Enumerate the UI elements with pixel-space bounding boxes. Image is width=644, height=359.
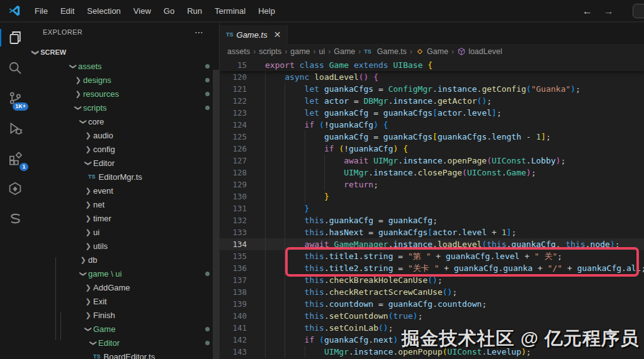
more-icon[interactable]: ⋯ <box>195 27 204 37</box>
line-number[interactable]: 126 <box>220 143 260 155</box>
tree-item-assets[interactable]: ❯assets <box>30 59 219 73</box>
code-line-127[interactable]: 127await UIMgr.instance.openPage(UIConst… <box>220 155 644 167</box>
s-extension-icon[interactable] <box>0 204 30 234</box>
tree-item-finish[interactable]: ❯Finish <box>30 308 219 322</box>
line-number[interactable]: 122 <box>220 95 260 107</box>
tree-item-audio[interactable]: ❯audio <box>30 128 219 142</box>
code-line-125[interactable]: 125guankaCfg = guankaCfgs[guankaCfgs.len… <box>220 131 644 143</box>
code-line-130[interactable]: 130} <box>220 191 644 202</box>
workspace-section-screw[interactable]: ❯ SCREW <box>30 45 219 59</box>
code-line-121[interactable]: 121let guankaCfgs = ConfigMgr.instance.g… <box>220 83 644 95</box>
tree-item-editormgr-ts[interactable]: TSEditorMgr.ts <box>30 170 219 184</box>
menu-help[interactable]: Help <box>252 0 281 21</box>
line-number[interactable]: 132 <box>220 214 260 226</box>
tree-item-config[interactable]: ❯config <box>30 142 219 156</box>
breadcrumb-item-scripts[interactable]: scripts <box>259 47 281 56</box>
menu-file[interactable]: File <box>28 0 54 21</box>
breadcrumb-item-game[interactable]: game <box>290 47 310 56</box>
line-number[interactable]: 138 <box>220 286 260 298</box>
line-number[interactable]: 135 <box>220 250 260 262</box>
menu-run[interactable]: Run <box>181 0 208 21</box>
breadcrumb-item-game[interactable]: Game <box>415 47 448 56</box>
code-line-139[interactable]: 139this.countdown = guankaCfg.countdown; <box>220 298 644 310</box>
menu-view[interactable]: View <box>127 0 157 21</box>
code-line-133[interactable]: 133this.hasNext = guankaCfgs[actor.level… <box>220 226 644 238</box>
tree-item-ui[interactable]: ❯ui <box>30 225 219 239</box>
code-token: guankaCfgs <box>383 131 432 143</box>
run-debug-icon[interactable] <box>0 113 30 143</box>
tab-game-ts[interactable]: TS Game.ts ✕ <box>220 25 288 44</box>
line-number[interactable]: 123 <box>220 107 260 119</box>
tree-item-resources[interactable]: ❯resources <box>30 87 219 101</box>
tree-item-event[interactable]: ❯event <box>30 184 219 197</box>
source-control-icon[interactable]: 1K+ <box>0 83 30 113</box>
files-icon[interactable] <box>0 23 30 53</box>
tree-item-game-ui[interactable]: ❯game \ ui <box>30 267 219 280</box>
code-line-140[interactable]: 140this.setCountdown(true); <box>220 310 644 322</box>
code-line-124[interactable]: 124if (!guankaCfg) { <box>220 119 644 131</box>
code-line-129[interactable]: 129return; <box>220 179 644 191</box>
code-line-126[interactable]: 126if (!guankaCfg) { <box>220 143 644 155</box>
breadcrumb-item-assets[interactable]: assets <box>227 47 250 56</box>
breadcrumb-item-game-ts[interactable]: TSGame.ts <box>364 47 407 56</box>
breadcrumb-item-game[interactable]: Game <box>334 47 355 56</box>
code-line-128[interactable]: 128UIMgr.instance.closePage(UIConst.Game… <box>220 167 644 179</box>
extensions-icon[interactable]: 1 <box>0 143 30 174</box>
line-number[interactable]: 137 <box>220 274 260 286</box>
arrow-right-icon[interactable]: → <box>604 6 614 16</box>
line-number[interactable]: 134 <box>220 238 260 250</box>
code-line-120[interactable]: 120async loadLevel() { <box>220 71 644 83</box>
code-line-131[interactable]: 131} <box>220 202 644 214</box>
tree-item-utils[interactable]: ❯utils <box>30 239 219 253</box>
line-number[interactable]: 15 <box>220 59 260 71</box>
tree-item-boardeditor-ts[interactable]: TSBoardEditor.ts <box>30 350 219 359</box>
line-number[interactable]: 124 <box>220 119 260 131</box>
line-number[interactable]: 121 <box>220 83 260 95</box>
line-number[interactable]: 120 <box>220 71 260 83</box>
tree-item-editor[interactable]: ❯Editor <box>30 156 219 170</box>
sidebar-scrollbar[interactable] <box>213 70 219 359</box>
breadcrumb-item-loadlevel[interactable]: loadLevel <box>457 47 502 56</box>
tree-item-editor[interactable]: ❯Editor <box>30 336 219 350</box>
arrow-left-icon[interactable]: ← <box>582 6 592 16</box>
code-line-132[interactable]: 132this.guankaCfg = guankaCfg; <box>220 214 644 226</box>
line-number[interactable]: 141 <box>220 322 260 334</box>
code-line-138[interactable]: 138this.checkRetractScrewCanUse(); <box>220 286 644 298</box>
line-number[interactable]: 140 <box>220 310 260 322</box>
tree-item-addgame[interactable]: ❯AddGame <box>30 280 219 294</box>
tree-item-net[interactable]: ❯net <box>30 197 219 211</box>
watermark: 掘金技术社区 @ 亿元程序员 <box>402 326 639 351</box>
line-number[interactable]: 133 <box>220 226 260 238</box>
menu-selection[interactable]: Selection <box>81 0 127 21</box>
line-number[interactable]: 129 <box>220 179 260 191</box>
tree-item-designs[interactable]: ❯designs <box>30 73 219 87</box>
tree-item-game[interactable]: ❯Game <box>30 322 219 336</box>
tree-item-exit[interactable]: ❯Exit <box>30 294 219 308</box>
line-number[interactable]: 128 <box>220 167 260 179</box>
breadcrumb-item-ui[interactable]: ui <box>319 47 325 56</box>
tree-item-core[interactable]: ❯core <box>30 114 219 128</box>
line-number[interactable]: 142 <box>220 334 260 346</box>
tree-item-scripts[interactable]: ❯scripts <box>30 101 219 114</box>
code-line-123[interactable]: 123let guankaCfg = guankaCfgs[actor.leve… <box>220 107 644 119</box>
code-line-122[interactable]: 122let actor = DBMgr.instance.getActor()… <box>220 95 644 107</box>
menu-terminal[interactable]: Terminal <box>208 0 252 21</box>
line-number[interactable]: 139 <box>220 298 260 310</box>
command-center-searchbox[interactable] <box>633 4 644 18</box>
menu-edit[interactable]: Edit <box>54 0 81 21</box>
line-number[interactable]: 136 <box>220 262 260 274</box>
code-editor[interactable]: 15export class Game extends UIBase {120a… <box>220 59 644 359</box>
line-number[interactable]: 131 <box>220 202 260 214</box>
code-line-15[interactable]: 15export class Game extends UIBase { <box>220 59 644 71</box>
line-number[interactable]: 125 <box>220 131 260 143</box>
search-icon[interactable] <box>0 53 30 83</box>
tree-item-db[interactable]: ❯db <box>30 253 219 267</box>
line-number[interactable]: 127 <box>220 155 260 167</box>
line-number[interactable]: 143 <box>220 346 260 358</box>
hexagon-extension-icon[interactable] <box>0 174 30 204</box>
menu-go[interactable]: Go <box>157 0 181 21</box>
line-number[interactable]: 130 <box>220 191 260 202</box>
tree-item-label: core <box>88 117 104 126</box>
tree-item-timer[interactable]: ❯timer <box>30 211 219 225</box>
close-icon[interactable]: ✕ <box>274 30 281 40</box>
